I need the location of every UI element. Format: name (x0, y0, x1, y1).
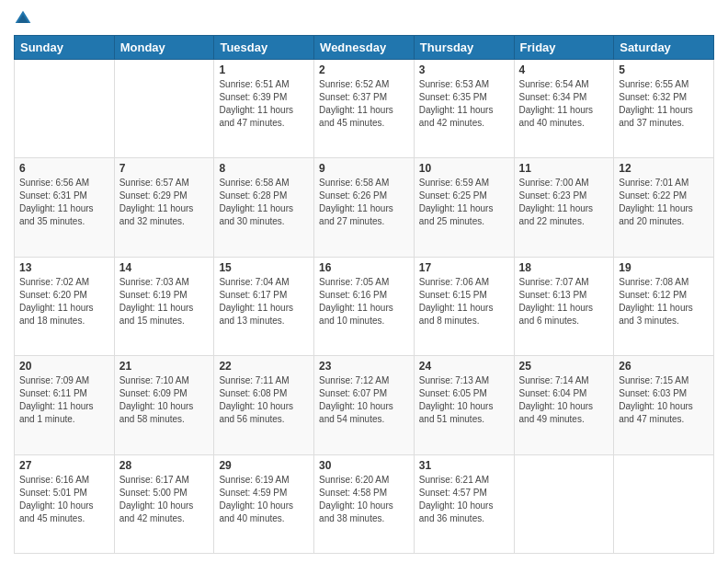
day-number: 18 (519, 261, 609, 274)
day-number: 15 (219, 261, 309, 274)
day-number: 17 (419, 261, 509, 274)
day-info: Sunrise: 7:04 AM Sunset: 6:17 PM Dayligh… (219, 276, 309, 327)
calendar-cell: 19Sunrise: 7:08 AM Sunset: 6:12 PM Dayli… (614, 257, 714, 355)
day-info: Sunrise: 6:58 AM Sunset: 6:28 PM Dayligh… (219, 177, 309, 228)
day-info: Sunrise: 7:03 AM Sunset: 6:19 PM Dayligh… (119, 276, 210, 327)
day-number: 2 (319, 63, 409, 76)
calendar-cell: 4Sunrise: 6:54 AM Sunset: 6:34 PM Daylig… (514, 60, 614, 158)
week-row-3: 20Sunrise: 7:09 AM Sunset: 6:11 PM Dayli… (15, 356, 714, 454)
calendar-cell (15, 60, 115, 158)
week-row-4: 27Sunrise: 6:16 AM Sunset: 5:01 PM Dayli… (15, 454, 714, 553)
calendar-cell: 18Sunrise: 7:07 AM Sunset: 6:13 PM Dayli… (514, 257, 614, 355)
calendar-cell: 28Sunrise: 6:17 AM Sunset: 5:00 PM Dayli… (114, 454, 214, 553)
day-info: Sunrise: 7:12 AM Sunset: 6:07 PM Dayligh… (319, 374, 409, 426)
calendar-cell: 5Sunrise: 6:55 AM Sunset: 6:32 PM Daylig… (614, 60, 714, 158)
calendar-table: SundayMondayTuesdayWednesdayThursdayFrid… (14, 35, 714, 554)
day-info: Sunrise: 7:10 AM Sunset: 6:09 PM Dayligh… (119, 374, 210, 426)
day-info: Sunrise: 7:06 AM Sunset: 6:15 PM Dayligh… (419, 276, 509, 327)
day-number: 27 (19, 459, 109, 472)
day-info: Sunrise: 7:07 AM Sunset: 6:13 PM Dayligh… (519, 276, 609, 327)
day-info: Sunrise: 6:19 AM Sunset: 4:59 PM Dayligh… (219, 474, 309, 525)
weekday-header-wednesday: Wednesday (314, 36, 415, 60)
calendar-cell: 24Sunrise: 7:13 AM Sunset: 6:05 PM Dayli… (414, 356, 514, 454)
week-row-2: 13Sunrise: 7:02 AM Sunset: 6:20 PM Dayli… (15, 257, 714, 355)
day-info: Sunrise: 6:57 AM Sunset: 6:29 PM Dayligh… (119, 177, 210, 228)
calendar-cell: 31Sunrise: 6:21 AM Sunset: 4:57 PM Dayli… (414, 454, 514, 553)
day-number: 8 (219, 162, 309, 175)
calendar-cell: 16Sunrise: 7:05 AM Sunset: 6:16 PM Dayli… (314, 257, 415, 355)
calendar-cell: 7Sunrise: 6:57 AM Sunset: 6:29 PM Daylig… (114, 158, 214, 257)
calendar-cell: 22Sunrise: 7:11 AM Sunset: 6:08 PM Dayli… (214, 356, 314, 454)
calendar-cell: 26Sunrise: 7:15 AM Sunset: 6:03 PM Dayli… (614, 356, 714, 454)
day-number: 14 (119, 261, 210, 274)
calendar-cell: 6Sunrise: 6:56 AM Sunset: 6:31 PM Daylig… (15, 158, 115, 257)
calendar-cell: 3Sunrise: 6:53 AM Sunset: 6:35 PM Daylig… (414, 60, 514, 158)
day-info: Sunrise: 6:58 AM Sunset: 6:26 PM Dayligh… (319, 177, 409, 228)
calendar-cell: 27Sunrise: 6:16 AM Sunset: 5:01 PM Dayli… (15, 454, 115, 553)
day-number: 16 (319, 261, 409, 274)
day-info: Sunrise: 6:51 AM Sunset: 6:39 PM Dayligh… (219, 78, 309, 130)
day-number: 23 (319, 360, 409, 373)
calendar-cell: 20Sunrise: 7:09 AM Sunset: 6:11 PM Dayli… (15, 356, 115, 454)
day-number: 30 (319, 459, 409, 472)
weekday-header-thursday: Thursday (414, 36, 514, 60)
day-info: Sunrise: 6:20 AM Sunset: 4:58 PM Dayligh… (319, 474, 409, 525)
day-info: Sunrise: 6:54 AM Sunset: 6:34 PM Dayligh… (519, 78, 609, 130)
day-number: 4 (519, 63, 609, 76)
page: SundayMondayTuesdayWednesdayThursdayFrid… (0, 0, 728, 563)
calendar-cell: 17Sunrise: 7:06 AM Sunset: 6:15 PM Dayli… (414, 257, 514, 355)
calendar-cell (614, 454, 714, 553)
day-info: Sunrise: 7:14 AM Sunset: 6:04 PM Dayligh… (519, 374, 609, 426)
day-number: 20 (19, 360, 109, 373)
day-info: Sunrise: 6:53 AM Sunset: 6:35 PM Dayligh… (419, 78, 509, 130)
logo (14, 9, 34, 28)
weekday-header-row: SundayMondayTuesdayWednesdayThursdayFrid… (15, 36, 714, 60)
day-info: Sunrise: 7:02 AM Sunset: 6:20 PM Dayligh… (19, 276, 109, 327)
day-number: 19 (619, 261, 709, 274)
week-row-1: 6Sunrise: 6:56 AM Sunset: 6:31 PM Daylig… (15, 158, 714, 257)
calendar-cell: 11Sunrise: 7:00 AM Sunset: 6:23 PM Dayli… (514, 158, 614, 257)
day-info: Sunrise: 7:00 AM Sunset: 6:23 PM Dayligh… (519, 177, 609, 228)
week-row-0: 1Sunrise: 6:51 AM Sunset: 6:39 PM Daylig… (15, 60, 714, 158)
calendar-cell: 1Sunrise: 6:51 AM Sunset: 6:39 PM Daylig… (214, 60, 314, 158)
calendar-cell: 10Sunrise: 6:59 AM Sunset: 6:25 PM Dayli… (414, 158, 514, 257)
day-number: 6 (19, 162, 109, 175)
day-number: 5 (619, 63, 709, 76)
calendar-cell (514, 454, 614, 553)
day-number: 31 (419, 459, 509, 472)
day-number: 29 (219, 459, 309, 472)
day-info: Sunrise: 6:16 AM Sunset: 5:01 PM Dayligh… (19, 474, 109, 525)
day-info: Sunrise: 7:08 AM Sunset: 6:12 PM Dayligh… (619, 276, 709, 327)
day-info: Sunrise: 6:17 AM Sunset: 5:00 PM Dayligh… (119, 474, 210, 525)
day-number: 10 (419, 162, 509, 175)
calendar-cell: 9Sunrise: 6:58 AM Sunset: 6:26 PM Daylig… (314, 158, 415, 257)
day-info: Sunrise: 6:55 AM Sunset: 6:32 PM Dayligh… (619, 78, 709, 130)
calendar-cell: 2Sunrise: 6:52 AM Sunset: 6:37 PM Daylig… (314, 60, 415, 158)
day-info: Sunrise: 6:52 AM Sunset: 6:37 PM Dayligh… (319, 78, 409, 130)
day-info: Sunrise: 7:13 AM Sunset: 6:05 PM Dayligh… (419, 374, 509, 426)
day-number: 22 (219, 360, 309, 373)
day-number: 7 (119, 162, 210, 175)
calendar-cell: 29Sunrise: 6:19 AM Sunset: 4:59 PM Dayli… (214, 454, 314, 553)
calendar-cell: 21Sunrise: 7:10 AM Sunset: 6:09 PM Dayli… (114, 356, 214, 454)
header (14, 9, 714, 28)
calendar-cell: 15Sunrise: 7:04 AM Sunset: 6:17 PM Dayli… (214, 257, 314, 355)
day-number: 21 (119, 360, 210, 373)
day-number: 1 (219, 63, 309, 76)
calendar-cell: 30Sunrise: 6:20 AM Sunset: 4:58 PM Dayli… (314, 454, 415, 553)
day-info: Sunrise: 7:11 AM Sunset: 6:08 PM Dayligh… (219, 374, 309, 426)
day-number: 9 (319, 162, 409, 175)
calendar-cell: 14Sunrise: 7:03 AM Sunset: 6:19 PM Dayli… (114, 257, 214, 355)
calendar-cell: 12Sunrise: 7:01 AM Sunset: 6:22 PM Dayli… (614, 158, 714, 257)
weekday-header-tuesday: Tuesday (214, 36, 314, 60)
day-number: 25 (519, 360, 609, 373)
day-number: 13 (19, 261, 109, 274)
weekday-header-friday: Friday (514, 36, 614, 60)
day-number: 3 (419, 63, 509, 76)
calendar-cell: 13Sunrise: 7:02 AM Sunset: 6:20 PM Dayli… (15, 257, 115, 355)
day-number: 28 (119, 459, 210, 472)
weekday-header-saturday: Saturday (614, 36, 714, 60)
day-info: Sunrise: 7:09 AM Sunset: 6:11 PM Dayligh… (19, 374, 109, 426)
day-number: 11 (519, 162, 609, 175)
day-info: Sunrise: 6:59 AM Sunset: 6:25 PM Dayligh… (419, 177, 509, 228)
